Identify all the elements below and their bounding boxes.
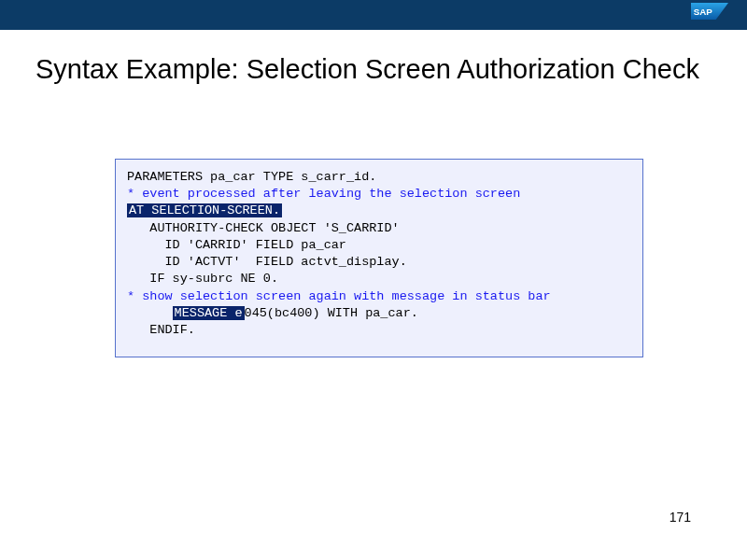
indent: [127, 306, 173, 320]
code-line: ID 'ACTVT' FIELD actvt_display.: [127, 254, 631, 271]
code-line: ID 'CARRID' FIELD pa_car: [127, 237, 631, 254]
header-accent-line: [0, 26, 747, 30]
header-bar: SAP: [0, 0, 747, 26]
code-line: AUTHORITY-CHECK OBJECT 'S_CARRID': [127, 220, 631, 237]
keyword-highlight: MESSAGE e: [173, 306, 245, 320]
code-comment: * show selection screen again with messa…: [127, 288, 631, 305]
code-line: ENDIF.: [127, 322, 631, 339]
code-line: IF sy-subrc NE 0.: [127, 271, 631, 287]
sap-logo: SAP: [691, 3, 728, 23]
code-line: MESSAGE e045(bc400) WITH pa_car.: [127, 305, 631, 322]
code-line: PARAMETERS pa_car TYPE s_carr_id.: [127, 169, 631, 186]
keyword-highlight: AT SELECTION-SCREEN.: [127, 203, 282, 217]
code-line: AT SELECTION-SCREEN.: [127, 203, 631, 219]
code-comment: * event processed after leaving the sele…: [127, 186, 631, 203]
slide-title: Syntax Example: Selection Screen Authori…: [35, 52, 712, 86]
code-example-box: PARAMETERS pa_car TYPE s_carr_id. * even…: [115, 159, 643, 357]
page-number: 171: [669, 510, 691, 525]
svg-text:SAP: SAP: [694, 7, 713, 17]
code-text: 045(bc400) WITH pa_car.: [245, 306, 418, 320]
